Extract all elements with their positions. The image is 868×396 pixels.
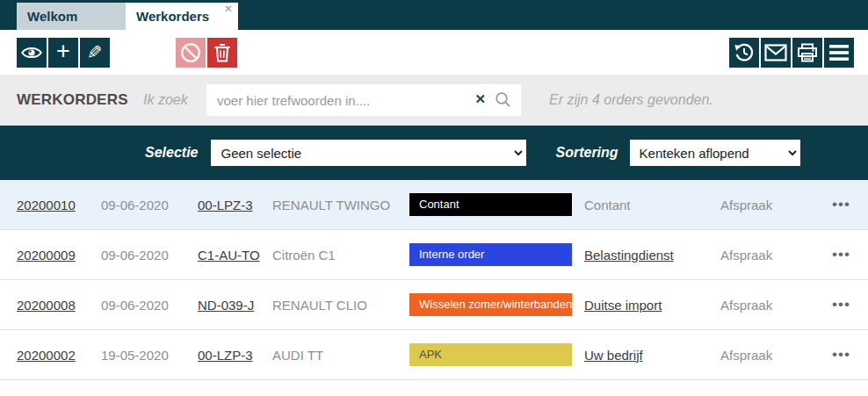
close-icon[interactable]: ✕ bbox=[224, 3, 233, 15]
vehicle-name: RENAULT CLIO bbox=[272, 298, 409, 313]
vehicle-name: Citroën C1 bbox=[272, 248, 409, 263]
order-number-link[interactable]: 20200002 bbox=[17, 348, 101, 363]
table-row[interactable]: 20200010 09-06-2020 00-LPZ-3 RENAULT TWI… bbox=[0, 180, 868, 230]
order-type-badge: Interne order bbox=[409, 243, 572, 266]
appointment-type: Afspraak bbox=[720, 248, 832, 263]
search-prompt-label: Ik zoek bbox=[143, 92, 206, 108]
selection-select[interactable]: Geen selectie bbox=[211, 140, 526, 166]
sort-label: Sortering bbox=[555, 145, 618, 161]
client-cell[interactable]: Belastingdienst bbox=[584, 248, 720, 263]
appointment-type: Afspraak bbox=[720, 298, 832, 313]
order-number-link[interactable]: 20200010 bbox=[17, 198, 101, 212]
client-cell[interactable]: Duitse import bbox=[584, 298, 720, 313]
vehicle-name: AUDI TT bbox=[272, 348, 409, 363]
order-date: 09-06-2020 bbox=[101, 248, 198, 263]
history-button[interactable] bbox=[729, 38, 759, 68]
search-submit-button[interactable] bbox=[495, 91, 511, 111]
tab-werkorders-label: Werkorders bbox=[136, 9, 209, 24]
printer-icon bbox=[797, 42, 818, 63]
order-type-badge: Contant bbox=[409, 193, 572, 216]
order-type-badge: Wisselen zomer/winterbanden bbox=[409, 293, 572, 316]
order-date: 09-06-2020 bbox=[101, 298, 198, 313]
order-type-badge: APK bbox=[409, 343, 572, 366]
order-number-link[interactable]: 20200008 bbox=[17, 298, 101, 313]
menu-button[interactable] bbox=[824, 38, 854, 68]
eye-icon bbox=[20, 45, 43, 61]
delete-button[interactable] bbox=[207, 38, 237, 68]
toolbar-right-group bbox=[729, 38, 856, 68]
license-plate-link[interactable]: 00-LPZ-3 bbox=[198, 198, 272, 212]
table-row[interactable]: 20200008 09-06-2020 ND-039-J RENAULT CLI… bbox=[0, 280, 868, 330]
cancel-order-button[interactable] bbox=[176, 38, 206, 68]
order-number-link[interactable]: 20200009 bbox=[17, 248, 101, 263]
tab-werkorders[interactable]: Werkorders ✕ bbox=[126, 3, 238, 30]
client-cell[interactable]: Contant bbox=[584, 198, 720, 212]
row-menu-button[interactable]: ••• bbox=[832, 246, 868, 263]
client-cell[interactable]: Uw bedrijf bbox=[584, 348, 720, 363]
sort-select[interactable]: Kenteken aflopend bbox=[630, 140, 800, 166]
selection-label: Selectie bbox=[145, 145, 198, 161]
appointment-type: Afspraak bbox=[720, 198, 832, 212]
row-menu-button[interactable]: ••• bbox=[832, 296, 868, 313]
hamburger-icon bbox=[828, 44, 850, 61]
tab-bar: Welkom Werkorders ✕ bbox=[0, 0, 868, 30]
table-row[interactable]: 20200009 09-06-2020 C1-AU-TO Citroën C1 … bbox=[0, 230, 868, 280]
mail-icon bbox=[764, 44, 787, 61]
license-plate-link[interactable]: 00-LZP-3 bbox=[198, 348, 272, 363]
trash-icon bbox=[213, 42, 232, 63]
search-bar: WERKORDERS Ik zoek ✕ Er zijn 4 orders ge… bbox=[0, 75, 868, 126]
license-plate-link[interactable]: C1-AU-TO bbox=[198, 248, 272, 263]
print-button[interactable] bbox=[792, 38, 822, 68]
edit-button[interactable]: ✎ bbox=[80, 38, 110, 68]
history-icon bbox=[733, 41, 756, 64]
search-icon bbox=[495, 91, 511, 108]
license-plate-link[interactable]: ND-039-J bbox=[198, 298, 272, 313]
add-button[interactable]: + bbox=[48, 38, 78, 68]
row-menu-button[interactable]: ••• bbox=[832, 346, 868, 364]
table-row[interactable]: 20200002 19-05-2020 00-LZP-3 AUDI TT APK… bbox=[0, 330, 868, 380]
search-box: ✕ bbox=[206, 84, 521, 116]
orders-list: 20200010 09-06-2020 00-LPZ-3 RENAULT TWI… bbox=[0, 180, 868, 380]
view-button[interactable] bbox=[17, 38, 47, 68]
order-date: 09-06-2020 bbox=[101, 198, 198, 212]
result-count-text: Er zijn 4 orders gevonden. bbox=[549, 92, 713, 108]
ban-icon bbox=[179, 41, 202, 64]
toolbar: + ✎ bbox=[0, 30, 868, 75]
page-title: WERKORDERS bbox=[17, 91, 143, 109]
filter-bar: Selectie Geen selectie Sortering Kenteke… bbox=[0, 126, 868, 180]
order-date: 19-05-2020 bbox=[101, 348, 198, 363]
row-menu-button[interactable]: ••• bbox=[832, 196, 868, 213]
pencil-icon: ✎ bbox=[87, 43, 103, 61]
search-input[interactable] bbox=[206, 84, 461, 116]
plus-icon: + bbox=[56, 40, 70, 63]
vehicle-name: RENAULT TWINGO bbox=[272, 198, 409, 212]
tab-welkom[interactable]: Welkom bbox=[17, 3, 126, 30]
appointment-type: Afspraak bbox=[720, 348, 832, 363]
tab-welkom-label: Welkom bbox=[27, 9, 77, 24]
clear-search-icon[interactable]: ✕ bbox=[474, 91, 486, 107]
mail-button[interactable] bbox=[761, 38, 791, 68]
